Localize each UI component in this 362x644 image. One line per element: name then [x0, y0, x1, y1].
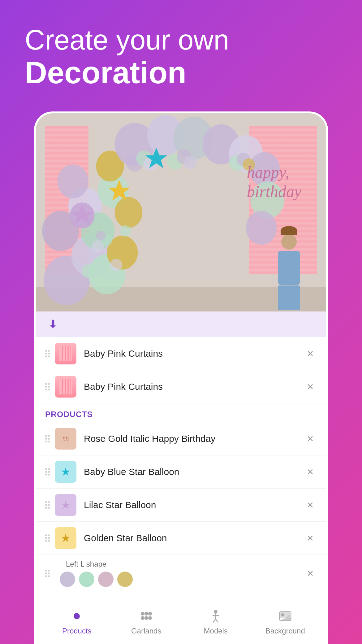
svg-point-35: [82, 264, 95, 278]
item-name: Rose Gold Italic Happy Birthday: [84, 433, 304, 444]
garland-ball: [79, 572, 94, 587]
garland-ball: [60, 572, 75, 587]
person-head: [281, 234, 297, 250]
item-thumbnail: ★: [55, 527, 76, 549]
download-icon[interactable]: ⬇: [48, 318, 58, 331]
item-thumbnail: [55, 376, 76, 398]
item-name: Lilac Star Balloon: [84, 500, 304, 510]
birthday-text: happy, birthday: [247, 163, 301, 202]
drag-handle[interactable]: [45, 435, 50, 442]
nav-item-products[interactable]: Products: [42, 609, 112, 635]
svg-line-66: [216, 619, 218, 622]
hero-line1: Create your own: [25, 25, 337, 55]
svg-point-56: [141, 612, 144, 616]
person-body: [278, 251, 300, 285]
item-name: Baby Pink Curtains: [84, 381, 304, 392]
list-item: ★ Golden Star Balloon ✕: [36, 522, 326, 555]
phone-mockup: happy, birthday ⬇: [34, 111, 328, 644]
drag-handle[interactable]: [45, 570, 50, 577]
list-item: hb Rose Gold Italic Happy Birthday ✕: [36, 422, 326, 455]
item-name: Baby Blue Star Balloon: [84, 467, 304, 477]
list-item: ★ Lilac Star Balloon ✕: [36, 489, 326, 522]
svg-point-58: [148, 612, 152, 616]
svg-point-57: [144, 612, 148, 616]
item-remove-button[interactable]: ✕: [304, 565, 317, 582]
svg-point-4: [58, 164, 88, 198]
svg-point-34: [96, 231, 106, 241]
bottom-nav: Products Garlands: [36, 602, 326, 642]
products-nav-icon: [70, 609, 84, 624]
drag-handle[interactable]: [45, 383, 50, 390]
garlands-nav-icon: [140, 609, 153, 624]
background-nav-icon: [278, 609, 292, 624]
phone-inner: happy, birthday ⬇: [36, 113, 326, 642]
nav-label-models: Models: [204, 627, 228, 635]
shape-label: Left L shape: [66, 560, 106, 568]
garland-ball: [98, 572, 114, 587]
svg-point-36: [110, 259, 122, 271]
svg-line-65: [213, 619, 216, 622]
garland-ball: [117, 572, 133, 587]
list-item: Baby Pink Curtains ✕: [36, 370, 326, 403]
item-remove-button[interactable]: ✕: [304, 379, 317, 395]
item-thumbnail: [55, 343, 76, 364]
svg-point-24: [183, 155, 197, 169]
svg-point-37: [120, 225, 131, 237]
item-name: Baby Pink Curtains: [84, 348, 304, 359]
nav-label-products: Products: [62, 627, 92, 635]
person-legs: [278, 285, 300, 310]
nav-item-garlands[interactable]: Garlands: [112, 609, 181, 635]
drag-handle[interactable]: [45, 534, 50, 542]
garland-row: Left L shape ✕: [36, 555, 326, 592]
drag-handle[interactable]: [45, 468, 50, 476]
item-remove-button[interactable]: ✕: [304, 530, 317, 546]
item-thumbnail: hb: [55, 428, 76, 450]
svg-point-9: [114, 197, 142, 228]
item-name: Golden Star Balloon: [84, 533, 304, 543]
nav-label-background: Background: [265, 627, 305, 635]
item-remove-button[interactable]: ✕: [304, 464, 317, 480]
products-section-label: PRODUCTS: [36, 403, 326, 422]
nav-label-garlands: Garlands: [131, 627, 161, 635]
svg-point-69: [281, 613, 284, 616]
download-bar: ⬇: [36, 311, 326, 337]
svg-point-60: [144, 616, 148, 620]
hero-line2: Decoration: [25, 55, 337, 89]
person-hair: [281, 226, 297, 235]
nav-item-background[interactable]: Background: [251, 609, 320, 635]
svg-point-59: [141, 616, 144, 620]
item-thumbnail: ★: [55, 461, 76, 483]
product-list: ⬇: [36, 311, 326, 602]
drag-handle[interactable]: [45, 350, 50, 357]
svg-point-62: [214, 610, 218, 614]
decoration-image: happy, birthday: [36, 113, 326, 311]
list-item: ★ Baby Blue Star Balloon ✕: [36, 455, 326, 489]
item-remove-button[interactable]: ✕: [304, 431, 317, 447]
hero-section: Create your own Decoration: [25, 25, 337, 89]
item-thumbnail: ★: [55, 494, 76, 516]
list-item: Baby Pink Curtains ✕: [36, 337, 326, 370]
item-remove-button[interactable]: ✕: [304, 346, 317, 362]
person-figure: [270, 225, 308, 305]
item-remove-button[interactable]: ✕: [304, 497, 317, 513]
drag-handle[interactable]: [45, 501, 50, 509]
models-nav-icon: [209, 609, 222, 624]
svg-point-61: [148, 616, 152, 620]
nav-item-models[interactable]: Models: [181, 609, 251, 635]
